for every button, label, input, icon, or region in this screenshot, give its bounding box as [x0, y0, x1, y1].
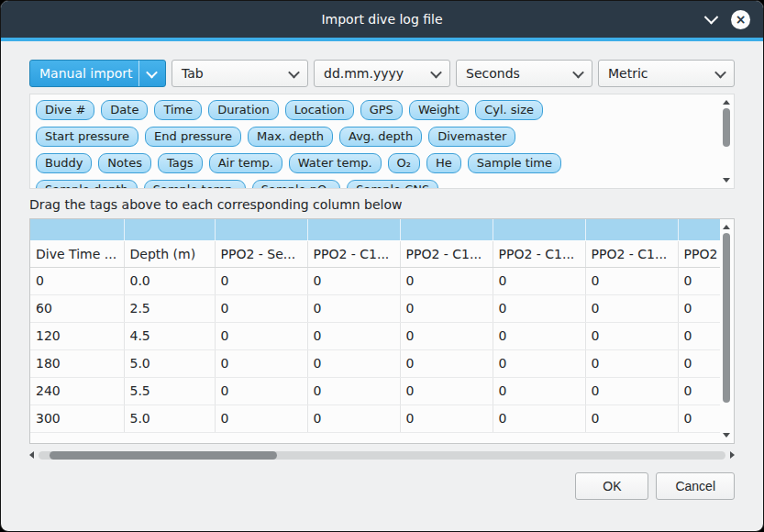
column-tag[interactable]: End pressure — [145, 127, 241, 147]
column-tag[interactable]: He — [426, 153, 461, 173]
column-tag[interactable]: Start pressure — [36, 127, 138, 147]
import-dialog-window: Import dive log file × Manual import Tab… — [0, 0, 764, 532]
table-cell: 0 — [678, 322, 720, 349]
ok-button[interactable]: OK — [575, 472, 648, 500]
scroll-right-arrow-icon[interactable] — [730, 451, 735, 459]
tag-row: BuddyNotesTagsAir temp.Water temp.O₂HeSa… — [36, 153, 714, 173]
table-row: 1204.5000000 — [30, 322, 720, 349]
table-cell: 0 — [678, 267, 720, 294]
close-button[interactable]: × — [731, 10, 750, 29]
drop-target-cell[interactable] — [30, 219, 124, 240]
table-cell: 0 — [585, 294, 678, 322]
instruction-text: Drag the tags above to each correspondin… — [29, 197, 735, 213]
column-tag[interactable]: Avg. depth — [339, 127, 422, 147]
table-cell: 0 — [493, 322, 585, 349]
table-cell: 0 — [585, 405, 678, 432]
table-body: 00.0000000602.50000001204.50000001805.00… — [30, 267, 720, 432]
scroll-left-arrow-icon[interactable] — [29, 451, 34, 459]
column-tag[interactable]: Notes — [98, 153, 151, 173]
table-cell: 0 — [678, 349, 720, 377]
table-cell: 0 — [493, 349, 585, 377]
table-cell: 0 — [400, 349, 493, 377]
date-format-combo[interactable]: dd.mm.yyyy — [314, 60, 450, 87]
table-cell: 0 — [400, 267, 493, 294]
scroll-up-arrow-icon[interactable] — [723, 225, 730, 229]
scrollbar-thumb[interactable] — [723, 233, 730, 403]
column-tag[interactable]: O₂ — [388, 153, 420, 173]
import-preview-table-wrap: Dive Time ...Depth (m)PPO2 - Se...PPO2 -… — [29, 218, 735, 444]
column-tag[interactable]: Weight — [409, 100, 469, 120]
drop-target-cell[interactable] — [124, 219, 215, 240]
combo-label: Seconds — [466, 66, 520, 81]
scroll-up-arrow-icon[interactable] — [723, 100, 730, 105]
column-tag[interactable]: Duration — [208, 100, 278, 120]
column-tag[interactable]: Sample depth — [36, 180, 138, 189]
column-tag[interactable]: Sample pO₂ — [252, 180, 341, 189]
column-tag[interactable]: Time — [154, 100, 202, 120]
table-cell: 0 — [585, 377, 678, 405]
titlebar[interactable]: Import dive log file × — [1, 1, 763, 38]
chevron-down-icon[interactable] — [704, 9, 719, 24]
column-tag[interactable]: Dive # — [36, 100, 94, 120]
scrollbar-thumb[interactable] — [50, 451, 277, 460]
table-cell: 5.0 — [124, 405, 215, 432]
column-tag[interactable]: Air temp. — [209, 153, 282, 173]
chevron-down-icon — [146, 66, 158, 78]
table-header-cell: PPO2 — [678, 240, 720, 267]
table-cell: 0 — [400, 322, 493, 349]
scroll-down-arrow-icon[interactable] — [723, 178, 730, 183]
drop-target-cell[interactable] — [678, 219, 720, 240]
combo-label: Manual import — [39, 66, 133, 81]
column-tag[interactable]: Buddy — [36, 153, 92, 173]
table-header-cell: PPO2 - C1... — [307, 240, 400, 267]
scrollbar-thumb[interactable] — [723, 108, 730, 147]
column-tag[interactable]: Location — [285, 100, 354, 120]
table-header-cell: PPO2 - C1... — [585, 240, 678, 267]
chevron-down-icon — [430, 66, 442, 78]
table-cell: 0 — [215, 405, 307, 432]
column-tag[interactable]: Tags — [158, 153, 203, 173]
combo-label: Tab — [182, 66, 204, 81]
column-tag[interactable]: GPS — [360, 100, 403, 120]
column-tag[interactable]: Sample CNS — [347, 180, 438, 189]
table-cell: 60 — [30, 294, 124, 322]
drop-target-cell[interactable] — [493, 219, 585, 240]
duration-format-combo[interactable]: Seconds — [456, 60, 592, 87]
field-separator-combo[interactable]: Tab — [172, 60, 308, 87]
chevron-down-icon — [288, 66, 300, 78]
drop-target-cell[interactable] — [307, 219, 400, 240]
table-cell: 0 — [678, 405, 720, 432]
column-tag[interactable]: Water temp. — [289, 153, 382, 173]
table-row: 3005.0000000 — [30, 405, 720, 432]
horizontal-scrollbar[interactable] — [29, 449, 735, 461]
table-cell: 120 — [30, 322, 124, 349]
window-title: Import dive log file — [321, 12, 442, 27]
cancel-button[interactable]: Cancel — [656, 472, 735, 500]
column-tag[interactable]: Max. depth — [248, 127, 333, 147]
column-tag[interactable]: Sample temp. — [144, 180, 246, 189]
units-combo[interactable]: Metric — [598, 60, 735, 87]
tag-vertical-scrollbar[interactable] — [719, 95, 733, 187]
table-header-cell: PPO2 - C1... — [493, 240, 585, 267]
table-cell: 0 — [585, 349, 678, 377]
column-tag[interactable]: Cyl. size — [475, 100, 543, 120]
table-cell: 0 — [678, 294, 720, 322]
table-vertical-scrollbar[interactable] — [719, 220, 733, 442]
table-row: 602.5000000 — [30, 294, 720, 322]
chevron-down-icon — [572, 66, 584, 78]
column-tag[interactable]: Sample time — [468, 153, 561, 173]
table-cell: 0 — [215, 377, 307, 405]
table-cell: 2.5 — [124, 294, 215, 322]
table-cell: 0 — [215, 267, 307, 294]
column-tag[interactable]: Divemaster — [428, 127, 515, 147]
drop-target-cell[interactable] — [400, 219, 493, 240]
table-header-cell: Depth (m) — [124, 240, 215, 267]
scroll-down-arrow-icon[interactable] — [723, 433, 730, 438]
column-tag[interactable]: Date — [101, 100, 148, 120]
scrollbar-track[interactable] — [39, 451, 725, 460]
drop-target-cell[interactable] — [215, 219, 307, 240]
drop-target-cell[interactable] — [585, 219, 678, 240]
import-type-combo[interactable]: Manual import — [29, 60, 166, 87]
drop-target-row — [30, 219, 720, 240]
table-cell: 0 — [215, 322, 307, 349]
